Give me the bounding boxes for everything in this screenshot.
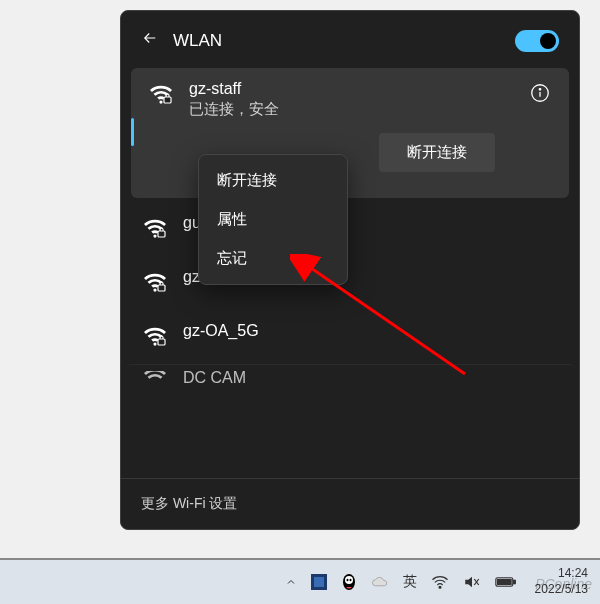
network-item[interactable]: gue [125, 202, 575, 256]
battery-icon[interactable] [495, 575, 517, 589]
svg-point-15 [439, 586, 441, 588]
svg-rect-20 [513, 580, 515, 583]
wifi-secure-icon [143, 216, 167, 244]
network-item[interactable]: DC CAM [125, 364, 575, 393]
wifi-secure-icon [143, 324, 167, 352]
wifi-icon [143, 371, 167, 393]
svg-point-14 [349, 579, 351, 582]
network-name: gz-OA_5G [183, 322, 557, 340]
volume-mute-icon[interactable] [463, 574, 481, 590]
svg-rect-10 [314, 577, 324, 587]
network-item[interactable]: gz-OA_5G [125, 310, 575, 364]
svg-rect-4 [158, 231, 165, 237]
svg-point-12 [345, 576, 353, 584]
time-text: 14:24 [558, 566, 588, 582]
active-indicator [131, 118, 134, 146]
wlan-quick-panel: WLAN gz-staff 已连接，安全 断开连接 [120, 10, 580, 530]
wlan-toggle[interactable] [515, 30, 559, 52]
wifi-secure-icon [143, 270, 167, 298]
network-status: 已连接，安全 [189, 100, 513, 119]
svg-point-3 [539, 89, 540, 90]
wifi-secure-icon [149, 82, 173, 110]
tray-app-icon[interactable] [311, 574, 327, 590]
network-name: gz-staff [189, 80, 513, 98]
svg-rect-6 [158, 339, 165, 345]
taskbar-clock[interactable]: 14:24 2022/5/13 [535, 566, 588, 597]
system-tray: 英 [285, 573, 517, 591]
network-item-active[interactable]: gz-staff 已连接，安全 断开连接 [131, 68, 569, 198]
panel-header: WLAN [121, 11, 579, 64]
network-name: DC CAM [183, 369, 557, 387]
more-wifi-settings-link[interactable]: 更多 Wi-Fi 设置 [121, 478, 579, 529]
wifi-tray-icon[interactable] [431, 575, 449, 589]
toggle-knob [540, 33, 556, 49]
disconnect-button[interactable]: 断开连接 [379, 133, 495, 172]
network-item[interactable]: gz-OA [125, 256, 575, 310]
network-context-menu: 断开连接 属性 忘记 [198, 154, 348, 285]
svg-rect-5 [158, 285, 165, 291]
panel-title: WLAN [173, 31, 501, 51]
svg-rect-19 [497, 579, 511, 584]
date-text: 2022/5/13 [535, 582, 588, 598]
menu-item-properties[interactable]: 属性 [199, 200, 347, 239]
ime-indicator[interactable]: 英 [403, 573, 417, 591]
menu-item-disconnect[interactable]: 断开连接 [199, 161, 347, 200]
cloud-icon[interactable] [371, 575, 389, 589]
tray-qq-icon[interactable] [341, 573, 357, 591]
network-list: gz-staff 已连接，安全 断开连接 gue gz-OA [121, 68, 579, 393]
back-arrow-icon[interactable] [141, 29, 159, 52]
tray-overflow-chevron-icon[interactable] [285, 576, 297, 588]
svg-rect-0 [164, 97, 171, 103]
taskbar: 英 14:24 2022/5/13 [0, 558, 600, 604]
info-icon[interactable] [529, 82, 551, 108]
svg-point-13 [346, 579, 348, 582]
menu-item-forget[interactable]: 忘记 [199, 239, 347, 278]
